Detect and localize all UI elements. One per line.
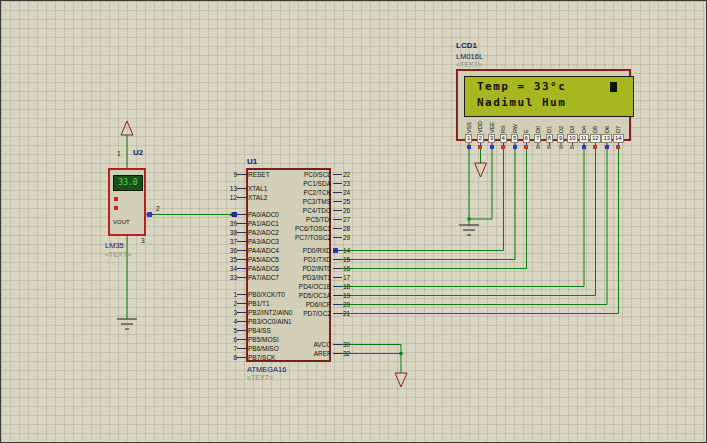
lcd-line2: Nadimul Hum [477, 95, 633, 111]
pin-stub [237, 303, 246, 304]
u1-pin-row[interactable]: 5 PB4/SS [221, 326, 292, 335]
sensor-increase-button[interactable] [114, 197, 118, 201]
pin-number: 14 [342, 247, 359, 254]
lcd-pin[interactable]: D5 12 [590, 116, 602, 149]
pin-number: 40 [221, 211, 237, 218]
u1-pin-row[interactable]: PD7/OC2 21 [271, 309, 359, 318]
pin-state-indicator [593, 145, 597, 149]
pin-number: 8 [221, 354, 237, 361]
lcd1-reference[interactable]: LCD1 [456, 41, 477, 50]
u1-pin-row[interactable]: PD0/RXD 14 [271, 246, 359, 255]
pin-stub [333, 304, 342, 305]
pin-stub [333, 313, 342, 314]
lcd1-part-value[interactable]: LM016L [456, 52, 483, 61]
lcd-pin[interactable]: D3 10 [567, 116, 579, 149]
pin-stub [333, 237, 342, 238]
pin-name: XTAL2 [246, 194, 267, 201]
pin-stub [333, 268, 342, 269]
u2-reference[interactable]: U2 [133, 148, 143, 157]
lcd-pin[interactable]: D7 14 [613, 116, 625, 149]
u1-pin-row[interactable]: AVCC 30 [271, 340, 359, 349]
pin-number: 32 [342, 350, 359, 357]
pin-name: PD7/OC2 [271, 310, 333, 317]
u1-pin-row[interactable]: PC6/TOSC1 28 [271, 224, 359, 233]
pin-name: D1 [546, 116, 552, 133]
pin-stub [333, 174, 342, 175]
u1-pin-row[interactable]: PD4/OC1B 18 [271, 282, 359, 291]
u1-pin-row[interactable]: PD1/TXD 15 [271, 255, 359, 264]
pin-name: D3 [569, 116, 575, 133]
pin-number: 34 [221, 265, 237, 272]
lm35-sensor-body[interactable]: 33.0 VOUT [108, 168, 146, 236]
u1-pin-row[interactable]: PC4/TDO 26 [271, 206, 359, 215]
lcd-custom-char [610, 82, 617, 92]
u1-xtal-pin-group: 13 XTAL1 12 XTAL2 [221, 184, 267, 202]
u1-pin-row[interactable]: PC7/TOSC2 29 [271, 233, 359, 242]
pin-number: 7 [221, 345, 237, 352]
schematic-canvas[interactable]: 1 U2 33.0 VOUT 2 3 LM35 <TEXT> U1 9 RESE… [0, 0, 707, 443]
pin-name: PC3/TMS [271, 198, 333, 205]
wire[interactable] [340, 149, 504, 251]
pin-name: PB1/T1 [246, 300, 270, 307]
u1-pin-row[interactable]: PD6/ICP 20 [271, 300, 359, 309]
lcd-pin[interactable]: E 6 [521, 116, 533, 149]
lcd-pin[interactable]: VDD 2 [475, 116, 487, 149]
ground-terminal[interactable] [117, 319, 137, 329]
u1-pin-row[interactable]: PC3/TMS 25 [271, 197, 359, 206]
pin-name: PC4/TDO [271, 207, 333, 214]
sensor-vout-label: VOUT [113, 219, 130, 225]
u1-pin-row[interactable]: 12 XTAL2 [221, 193, 267, 202]
wire[interactable] [340, 149, 584, 287]
lcd-pin[interactable]: RW 5 [509, 116, 521, 149]
pin-stub [333, 286, 342, 287]
power-terminal-down-arrow[interactable] [395, 373, 407, 387]
wire[interactable] [340, 149, 515, 260]
u1-pin-row[interactable]: PD5/OC1A 19 [271, 291, 359, 300]
u1-pin-row[interactable]: PD2/INT0 16 [271, 264, 359, 273]
u2-part-value[interactable]: LM35 [105, 241, 124, 250]
lcd-pin[interactable]: D4 11 [578, 116, 590, 149]
lcd-pin[interactable]: RS 4 [498, 116, 510, 149]
u1-pin-row[interactable]: 9 RESET [221, 170, 270, 179]
pin-number: 16 [342, 265, 359, 272]
pin-stub [333, 259, 342, 260]
power-terminal-up-arrow[interactable] [121, 121, 133, 135]
wire[interactable] [340, 149, 607, 305]
lcd-pin[interactable]: D6 13 [601, 116, 613, 149]
lcd-pin[interactable]: D0 7 [532, 116, 544, 149]
u1-part-value[interactable]: ATMEGA16 [247, 365, 286, 374]
lcd-pin[interactable]: VSS 1 [463, 116, 475, 149]
pin-number: 3 [488, 134, 495, 143]
u1-pin-row[interactable]: PD3/INT1 17 [271, 273, 359, 282]
pin-stub [333, 219, 342, 220]
pin-stub [237, 250, 246, 251]
lcd-pin[interactable]: D1 8 [544, 116, 556, 149]
ground-terminal[interactable] [459, 225, 479, 235]
pin-number: 1 [465, 134, 472, 143]
u1-pin-row[interactable]: AREF 32 [271, 349, 359, 358]
u1-pin-row[interactable]: PC1/SDA 23 [271, 179, 359, 188]
pin-name: PD1/TXD [271, 256, 333, 263]
pin-stub [333, 183, 342, 184]
u1-pin-row[interactable]: 13 XTAL1 [221, 184, 267, 193]
lcd-pin[interactable]: VEE 3 [486, 116, 498, 149]
u1-text-placeholder: <TEXT> [247, 374, 273, 381]
power-terminal-down-arrow[interactable] [475, 163, 487, 177]
u1-pin-row[interactable]: PC0/SCL 22 [271, 170, 359, 179]
pin-name: PD3/INT1 [271, 274, 333, 281]
u1-pin-row[interactable]: 4 PB3/OC0/AIN1 [221, 317, 292, 326]
pin-number: 25 [342, 198, 359, 205]
pin-number: 39 [221, 220, 237, 227]
pin-name: AREF [271, 350, 333, 357]
u1-reference[interactable]: U1 [247, 157, 257, 166]
u1-pin-row[interactable]: PC5/TDI 27 [271, 215, 359, 224]
wire[interactable] [340, 149, 596, 296]
sensor-decrease-button[interactable] [114, 206, 118, 210]
pin-stub [237, 348, 246, 349]
pin-name: PC5/TDI [271, 216, 333, 223]
pin-name: PD5/OC1A [271, 292, 333, 299]
pin-number: 2 [221, 300, 237, 307]
u1-pin-row[interactable]: PC2/TCK 24 [271, 188, 359, 197]
lcd-pin[interactable]: D2 9 [555, 116, 567, 149]
pin-stub [237, 188, 246, 189]
